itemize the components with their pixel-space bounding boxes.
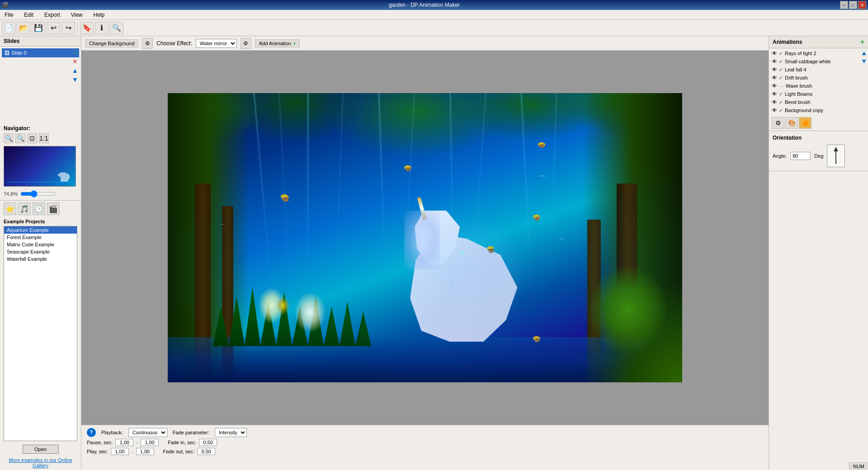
info-button[interactable]: ℹ [95,22,108,34]
example-projects-list[interactable]: Aquarium Example Forest Example Matrix C… [4,226,77,441]
dial-svg [829,146,843,166]
change-background-button[interactable]: Change Background [85,39,138,47]
slide-item[interactable]: 🖼 Slide 0 [2,48,79,57]
anim-eye-background-copy[interactable]: 👁 [772,107,777,113]
reset-zoom-button[interactable]: 1:1 [39,133,49,143]
anim-name-bend-brush: Bend brush [785,99,810,105]
toolbar: 📄 📂 💾 ↩ ↪ 🔖 ℹ 🔍 [0,20,868,36]
anim-move-down-button[interactable]: ▼ [861,57,867,65]
anim-item-small-cabbage-white[interactable]: 👁 ✓ Small cabbage white [770,57,867,66]
animations-title: Animations [773,39,802,45]
anim-item-bend-brush[interactable]: 👁 ✓ Bend brush [770,98,867,106]
pause-from-input[interactable] [115,439,133,446]
params-row2: Play, sec: - Fade out, sec: [87,448,763,455]
example-item-waterfall[interactable]: Waterfall Example [4,255,77,263]
fit-button[interactable]: ⊡ [27,133,37,143]
left-panel: Slides 🖼 Slide 0 + ✕ ▲ ▼ Navigator: 🔍 🔍 … [0,36,81,470]
move-slide-down-button[interactable]: ▼ [71,75,79,84]
anim-name-drift-brush: Drift brush [785,75,808,80]
save-file-button[interactable]: 💾 [32,22,45,34]
open-file-button[interactable]: 📂 [17,22,30,34]
delete-slide-button[interactable]: ✕ [71,57,79,66]
play-from-input[interactable] [111,448,129,455]
add-animation-icon[interactable]: + [860,38,864,46]
slide-icon: 🖼 [5,50,9,56]
anim-item-background-copy[interactable]: 👁 ✓ Background copy [770,106,867,114]
video-tab[interactable]: 🎬 [47,202,60,215]
effect-settings-button[interactable]: ⚙ [241,38,251,49]
example-item-aquarium[interactable]: Aquarium Example [4,226,77,234]
slides-section-header: Slides [0,36,81,47]
angle-dial[interactable] [827,145,845,167]
zoom-in-button[interactable]: 🔍 [4,133,14,143]
example-item-matrix[interactable]: Matrix Code Example [4,241,77,248]
redo-button[interactable]: ↪ [61,22,75,34]
fadein-label: Fade in, sec: [168,440,196,445]
angle-input[interactable] [790,152,811,160]
add-animation-button[interactable]: Add Animation + [255,39,300,47]
anim-eye-wave-brush[interactable]: 👁 [772,83,777,89]
bottom-bar: ? Playback: Continuous Once Ping-pong Fa… [81,425,769,470]
minimize-button[interactable]: ─ [840,1,848,9]
fadeout-input[interactable] [197,448,215,455]
anim-eye-light-beams[interactable]: 👁 [772,91,777,97]
anim-item-light-beams[interactable]: 👁 ✓ Light Beams [770,90,867,98]
menu-file[interactable]: File [2,11,16,19]
anim-check-small-cabbage-white: ✓ [779,59,783,65]
zoom-percent-label: 74.8% [4,191,18,197]
bookmark-button[interactable]: 🔖 [80,22,94,34]
appearance-tab[interactable]: 🎨 [785,117,798,129]
example-item-forest[interactable]: Forest Example [4,234,77,241]
anim-item-rays-of-light-2[interactable]: 👁 ✓ Rays of light 2 [770,49,867,57]
anim-eye-small-cabbage-white[interactable]: 👁 [772,58,777,65]
search-button[interactable]: 🔍 [110,22,123,34]
example-section: ⭐ 🎵 🕒 🎬 Example Projects Aquarium Exampl… [0,201,81,470]
canvas-area[interactable]: 🦋 🦋 🦋 🦋 🦋 🦋 ⌒ ⌒ ⌒ [81,51,769,425]
canvas-toolbar: Change Background ⚙ Choose Effect: Water… [81,36,769,51]
fade-parameter-label: Fade parameter: [173,430,209,435]
favorites-tab[interactable]: ⭐ [4,202,16,215]
undo-button[interactable]: ↩ [47,22,60,34]
slides-title: Slides [4,38,19,44]
playback-dropdown[interactable]: Continuous Once Ping-pong [128,428,167,437]
menu-edit[interactable]: Edit [21,11,36,19]
anim-eye-leaf-fall-4[interactable]: 👁 [772,66,777,73]
shape-tab[interactable]: 🔶 [799,117,811,129]
more-examples-link[interactable]: More examples in our Online Gallery [4,457,77,468]
menu-help[interactable]: Help [91,11,108,19]
anim-eye-drift-brush[interactable]: 👁 [772,75,777,81]
zoom-slider[interactable] [20,190,57,197]
menubar: File Edit Export View Help [0,10,868,20]
slide-label: Slide 0 [11,50,27,56]
effect-dropdown[interactable]: Water mirror Blur Brightness [196,39,237,48]
anim-item-wave-brush[interactable]: 👁 — Wave brush [770,82,867,90]
slide-controls: + ✕ ▲ ▼ [71,48,79,84]
maximize-button[interactable]: □ [849,1,857,9]
fadein-input[interactable] [199,439,217,446]
example-item-seascape[interactable]: Seascape Example [4,248,77,255]
anim-eye-bend-brush[interactable]: 👁 [772,99,777,105]
anim-eye-rays-of-light-2[interactable]: 👁 [772,50,777,56]
clock-tab[interactable]: 🕒 [33,202,45,215]
close-button[interactable]: ✕ [858,1,866,9]
anim-order-controls: ▲ ▼ [861,49,867,65]
pause-to-input[interactable] [141,439,159,446]
help-button[interactable]: ? [87,428,96,437]
open-example-button[interactable]: Open [23,445,59,454]
menu-view[interactable]: View [68,11,85,19]
fade-dropdown[interactable]: Intensity Size Opacity [215,428,247,437]
menu-export[interactable]: Export [42,11,63,19]
add-slide-button[interactable]: + [71,48,79,56]
zoom-out-button[interactable]: 🔍 [15,133,25,143]
settings-tab[interactable]: ⚙ [772,117,784,129]
music-tab[interactable]: 🎵 [18,202,31,215]
anim-item-leaf-fall-4[interactable]: 👁 ✓ Leaf fall 4 [770,66,867,74]
anim-item-drift-brush[interactable]: 👁 ✓ Drift brush [770,74,867,82]
anim-move-up-button[interactable]: ▲ [861,49,867,56]
move-slide-up-button[interactable]: ▲ [71,66,79,75]
anim-check-light-beams: ✓ [779,91,783,97]
new-file-button[interactable]: 📄 [2,22,15,34]
play-to-input[interactable] [136,448,154,455]
thumbnail-preview[interactable] [4,146,76,187]
bg-settings-button[interactable]: ⚙ [142,38,153,49]
